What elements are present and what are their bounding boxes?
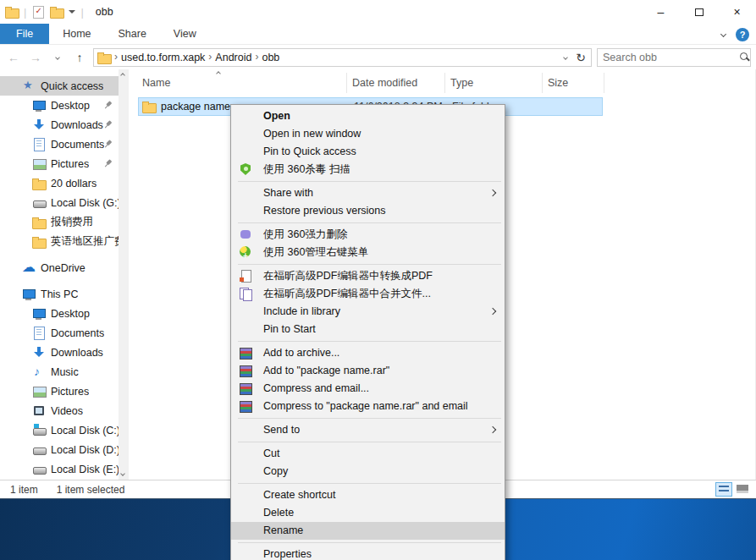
tab-view[interactable]: View xyxy=(160,24,210,44)
details-view-button[interactable] xyxy=(715,482,732,497)
collapse-ribbon-chevron-icon[interactable] xyxy=(720,31,726,37)
menu-item-rename[interactable]: Rename xyxy=(231,522,505,540)
scroll-down-icon[interactable] xyxy=(120,471,125,476)
menu-item-share-with[interactable]: Share with xyxy=(231,184,505,202)
breadcrumb-item[interactable]: obb xyxy=(262,52,279,63)
menu-item-label: 使用 360杀毒 扫描 xyxy=(263,163,350,175)
menu-item-compress-to-rar-and-email[interactable]: Compress to "package name.rar" and email xyxy=(231,398,505,415)
menu-item-include-in-library[interactable]: Include in library xyxy=(231,303,505,321)
menu-item-pin-to-start[interactable]: Pin to Start xyxy=(231,321,505,338)
up-button[interactable]: ↑ xyxy=(69,47,90,68)
help-icon[interactable]: ? xyxy=(736,28,749,41)
customize-qat-caret-icon[interactable] xyxy=(69,10,75,14)
column-header-date-modified[interactable]: Date modified xyxy=(347,73,445,93)
sidebar-item-20-dollars[interactable]: 20 dollars xyxy=(0,173,129,193)
menu-item-label: Restore previous versions xyxy=(263,205,386,217)
minimize-button[interactable]: – xyxy=(642,0,680,24)
recent-locations-chevron[interactable] xyxy=(47,47,68,68)
sidebar-item-this-pc[interactable]: This PC xyxy=(0,284,129,304)
sidebar-item-pc-pictures[interactable]: Pictures xyxy=(0,382,129,401)
document-icon xyxy=(32,327,46,340)
submenu-arrow-icon xyxy=(489,308,496,315)
sidebar-item-downloads[interactable]: Downloads xyxy=(0,115,129,135)
sidebar-item-quick-access[interactable]: Quick access xyxy=(0,76,119,96)
menu-separator xyxy=(238,442,501,442)
breadcrumb-chevron-icon: › xyxy=(208,51,212,63)
sidebar-item-pictures[interactable]: Pictures xyxy=(0,154,129,173)
breadcrumb-item[interactable]: used.to.form.xapk xyxy=(121,52,205,63)
forward-button[interactable]: → xyxy=(25,47,46,68)
menu-item-foxit-combine-files[interactable]: 在福昕高级PDF编辑器中合并文件... xyxy=(231,285,505,303)
menu-item-copy[interactable]: Copy xyxy=(231,463,505,480)
sidebar-item-local-disk-c[interactable]: Local Disk (C:) xyxy=(0,420,129,440)
scroll-up-icon[interactable] xyxy=(120,73,125,78)
column-header-type[interactable]: Type xyxy=(445,73,543,93)
download-arrow-icon xyxy=(32,346,46,360)
close-button[interactable]: × xyxy=(718,0,756,24)
menu-item-compress-and-email[interactable]: Compress and email... xyxy=(231,380,505,398)
monitor-icon xyxy=(32,99,46,113)
menu-item-create-shortcut[interactable]: Create shortcut xyxy=(231,486,505,504)
menu-separator xyxy=(238,181,501,182)
menu-item-add-to-archive[interactable]: Add to archive... xyxy=(231,344,505,362)
menu-item-send-to[interactable]: Send to xyxy=(231,421,505,439)
sidebar-item-pc-videos[interactable]: Videos xyxy=(0,401,129,420)
refresh-icon[interactable] xyxy=(576,51,586,64)
sidebar-item-baoxiao-folder[interactable]: 报销费用 xyxy=(0,212,129,232)
breadcrumb-chevron-icon: › xyxy=(114,51,118,63)
menu-item-label: Create shortcut xyxy=(263,489,335,501)
sidebar-scrollbar[interactable] xyxy=(119,69,129,480)
search-box[interactable] xyxy=(597,48,751,67)
tab-share[interactable]: Share xyxy=(105,24,160,44)
address-bar[interactable]: › used.to.form.xapk › Android › obb xyxy=(93,48,592,67)
sidebar-item-label: Documents xyxy=(51,139,104,151)
sidebar-item-label: Downloads xyxy=(51,119,103,131)
menu-item-label: Share with xyxy=(263,187,313,199)
sidebar-item-local-disk-e[interactable]: Local Disk (E:) xyxy=(0,459,129,479)
tab-file[interactable]: File xyxy=(0,24,49,44)
menu-item-label: Open in new window xyxy=(263,128,361,140)
sidebar-item-pc-downloads[interactable]: Downloads xyxy=(0,343,129,362)
menu-item-pin-to-quick-access[interactable]: Pin to Quick access xyxy=(231,143,505,161)
back-button[interactable]: ← xyxy=(3,47,24,68)
address-dropdown-chevron-icon[interactable] xyxy=(563,55,568,60)
pin-icon xyxy=(102,157,114,170)
breadcrumb: › used.to.form.xapk › Android › obb xyxy=(114,52,279,63)
tab-home[interactable]: Home xyxy=(49,24,104,44)
sidebar-item-desktop[interactable]: Desktop xyxy=(0,96,129,115)
menu-item-360-antivirus-scan[interactable]: 使用 360杀毒 扫描 xyxy=(231,161,505,178)
new-folder-icon[interactable] xyxy=(50,5,63,19)
maximize-button[interactable] xyxy=(680,0,718,24)
sidebar-item-local-disk-g[interactable]: Local Disk (G:) xyxy=(0,193,129,212)
sidebar-item-english-region-folder[interactable]: 英语地区推广费 xyxy=(0,232,129,251)
properties-check-icon[interactable] xyxy=(31,5,45,19)
menu-item-label: 在福昕高级PDF编辑器中转换成PDF xyxy=(263,270,433,282)
title-bar: | | obb – × xyxy=(0,0,756,24)
menu-item-foxit-convert-to-pdf[interactable]: 在福昕高级PDF编辑器中转换成PDF xyxy=(231,267,505,285)
breadcrumb-item[interactable]: Android xyxy=(215,52,251,63)
menu-item-360-context-menu-manager[interactable]: 使用 360管理右键菜单 xyxy=(231,244,505,261)
menu-item-properties[interactable]: Properties xyxy=(231,546,505,560)
menu-item-cut[interactable]: Cut xyxy=(231,445,505,463)
menu-item-label: Compress and email... xyxy=(263,382,369,394)
sidebar-item-label: Music xyxy=(51,366,79,378)
sidebar-item-onedrive[interactable]: OneDrive xyxy=(0,258,129,277)
menu-item-delete[interactable]: Delete xyxy=(231,504,505,522)
menu-item-restore-previous-versions[interactable]: Restore previous versions xyxy=(231,202,505,220)
sidebar-item-local-disk-d[interactable]: Local Disk (D:) xyxy=(0,440,129,459)
search-icon[interactable] xyxy=(739,52,745,63)
column-header-name[interactable]: Name xyxy=(137,73,347,93)
sidebar-item-documents[interactable]: Documents xyxy=(0,135,129,154)
column-header-size[interactable]: Size xyxy=(543,73,604,93)
sidebar-item-pc-desktop[interactable]: Desktop xyxy=(0,304,129,323)
360-antivirus-shield-icon xyxy=(239,162,252,176)
sidebar-item-pc-documents[interactable]: Documents xyxy=(0,323,129,343)
sidebar-item-label: Local Disk (D:) xyxy=(51,444,120,456)
menu-item-open[interactable]: Open xyxy=(231,107,505,125)
sidebar-item-pc-music[interactable]: Music xyxy=(0,362,129,382)
large-icons-view-button[interactable] xyxy=(734,482,751,497)
menu-item-add-to-rar[interactable]: Add to "package name.rar" xyxy=(231,362,505,380)
menu-item-open-in-new-window[interactable]: Open in new window xyxy=(231,125,505,143)
search-input[interactable] xyxy=(603,52,739,63)
menu-item-360-force-delete[interactable]: 使用 360强力删除 xyxy=(231,226,505,244)
